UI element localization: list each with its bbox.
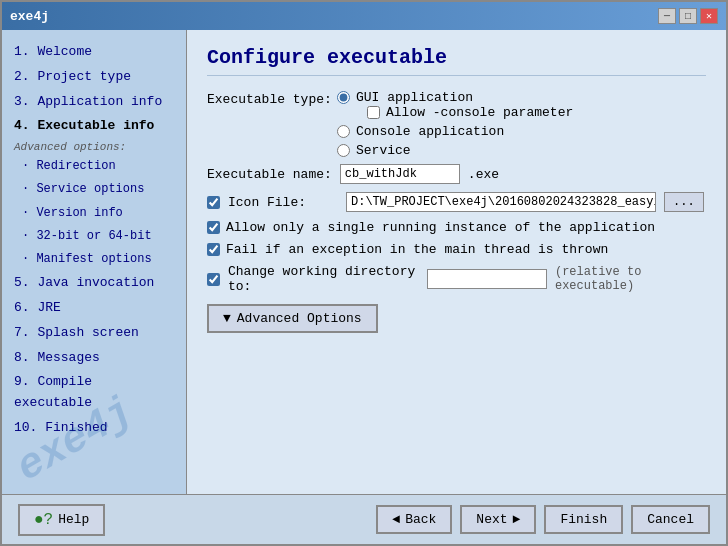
footer: ●? Help ◄ Back Next ► Finish Cancel: [2, 494, 726, 544]
help-button[interactable]: ●? Help: [18, 504, 105, 536]
icon-file-checkbox[interactable]: [207, 196, 220, 209]
exe-type-console-label: Console application: [356, 124, 504, 139]
exe-type-console-radio[interactable]: [337, 125, 350, 138]
icon-file-label: Icon File:: [228, 195, 338, 210]
back-icon: ◄: [392, 512, 400, 527]
next-button[interactable]: Next ►: [460, 505, 536, 534]
page-title: Configure executable: [207, 46, 706, 76]
title-bar: exe4j ─ □ ✕: [2, 2, 726, 30]
exe-name-label: Executable name:: [207, 167, 332, 182]
advanced-options-button[interactable]: ▼ Advanced Options: [207, 304, 378, 333]
sidebar-item-project-type[interactable]: 2. Project type: [10, 65, 178, 90]
next-label: Next: [476, 512, 507, 527]
next-icon: ►: [513, 512, 521, 527]
icon-file-path: D:\TW_PROJECT\exe4j\20160802024323828_ea…: [346, 192, 656, 212]
exe-type-options: GUI application Allow -console parameter…: [337, 90, 573, 158]
allow-console-checkbox[interactable]: [367, 106, 380, 119]
restore-button[interactable]: □: [679, 8, 697, 24]
change-dir-label: Change working directory to:: [228, 264, 419, 294]
allow-console-row: Allow -console parameter: [367, 105, 573, 120]
sidebar-item-app-info[interactable]: 3. Application info: [10, 90, 178, 115]
change-dir-input[interactable]: [427, 269, 547, 289]
exe-type-gui-radio[interactable]: [337, 91, 350, 104]
sidebar-item-jre[interactable]: 6. JRE: [10, 296, 178, 321]
main-content: Configure executable Executable type: GU…: [187, 30, 726, 494]
minimize-button[interactable]: ─: [658, 8, 676, 24]
exe-type-console-option: Console application: [337, 124, 573, 139]
exe-name-input[interactable]: [340, 164, 460, 184]
sidebar-item-welcome[interactable]: 1. Welcome: [10, 40, 178, 65]
exe-type-row: Executable type: GUI application Allow -…: [207, 90, 706, 158]
fail-exception-row: Fail if an exception in the main thread …: [207, 242, 706, 257]
main-window: exe4j ─ □ ✕ 1. Welcome 2. Project type 3…: [0, 0, 728, 546]
sidebar-advanced-label: Advanced options:: [10, 139, 178, 155]
cancel-label: Cancel: [647, 512, 694, 527]
icon-file-row: Icon File: D:\TW_PROJECT\exe4j\201608020…: [207, 192, 706, 212]
close-button[interactable]: ✕: [700, 8, 718, 24]
footer-left: ●? Help: [18, 504, 105, 536]
cancel-button[interactable]: Cancel: [631, 505, 710, 534]
title-bar-buttons: ─ □ ✕: [658, 8, 718, 24]
sidebar-item-finished[interactable]: 10. Finished: [10, 416, 178, 441]
footer-right: ◄ Back Next ► Finish Cancel: [376, 505, 710, 534]
help-icon: ●?: [34, 511, 53, 529]
sidebar-item-redirection[interactable]: · Redirection: [10, 155, 178, 178]
exe-type-gui-label: GUI application: [356, 90, 473, 105]
sidebar-item-32-64bit[interactable]: · 32-bit or 64-bit: [10, 225, 178, 248]
sidebar-item-service-options[interactable]: · Service options: [10, 178, 178, 201]
single-instance-label: Allow only a single running instance of …: [226, 220, 655, 235]
exe-type-gui-option: GUI application: [337, 90, 573, 105]
sidebar-item-exec-info[interactable]: 4. Executable info: [10, 114, 178, 139]
back-button[interactable]: ◄ Back: [376, 505, 452, 534]
exe-suffix: .exe: [468, 167, 499, 182]
content-area: 1. Welcome 2. Project type 3. Applicatio…: [2, 30, 726, 494]
fail-exception-checkbox[interactable]: [207, 243, 220, 256]
single-instance-row: Allow only a single running instance of …: [207, 220, 706, 235]
window-title: exe4j: [10, 9, 49, 24]
exe-type-service-radio[interactable]: [337, 144, 350, 157]
exe-name-row: Executable name: .exe: [207, 164, 706, 184]
exe-type-label: Executable type:: [207, 90, 337, 107]
help-label: Help: [58, 512, 89, 527]
allow-console-label: Allow -console parameter: [386, 105, 573, 120]
exe-type-service-label: Service: [356, 143, 411, 158]
sidebar-item-splash[interactable]: 7. Splash screen: [10, 321, 178, 346]
sidebar-item-manifest[interactable]: · Manifest options: [10, 248, 178, 271]
change-dir-checkbox[interactable]: [207, 273, 220, 286]
change-dir-suffix: (relative to executable): [555, 265, 706, 293]
single-instance-checkbox[interactable]: [207, 221, 220, 234]
fail-exception-label: Fail if an exception in the main thread …: [226, 242, 608, 257]
finish-label: Finish: [560, 512, 607, 527]
sidebar-item-version-info[interactable]: · Version info: [10, 202, 178, 225]
sidebar-item-messages[interactable]: 8. Messages: [10, 346, 178, 371]
exe-type-service-option: Service: [337, 143, 573, 158]
finish-button[interactable]: Finish: [544, 505, 623, 534]
sidebar-item-compile[interactable]: 9. Compile executable: [10, 370, 178, 416]
advanced-options-arrow-icon: ▼: [223, 311, 231, 326]
change-dir-row: Change working directory to: (relative t…: [207, 264, 706, 294]
advanced-options-label: Advanced Options: [237, 311, 362, 326]
back-label: Back: [405, 512, 436, 527]
browse-button[interactable]: ...: [664, 192, 704, 212]
sidebar: 1. Welcome 2. Project type 3. Applicatio…: [2, 30, 187, 494]
sidebar-item-java-invocation[interactable]: 5. Java invocation: [10, 271, 178, 296]
